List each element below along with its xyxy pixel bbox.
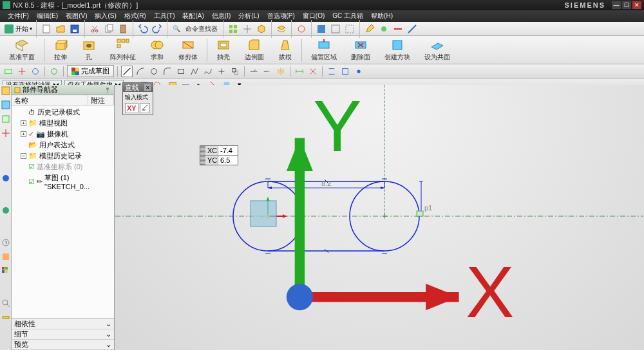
hd3d-tab-icon[interactable] (1, 174, 10, 183)
undo-icon[interactable] (137, 23, 149, 35)
menu-format[interactable]: 格式(R) (120, 12, 150, 21)
panel-close-icon[interactable]: ✕ (144, 84, 151, 91)
wcs-icon[interactable] (242, 23, 253, 35)
draft-button[interactable]: 拔模 (273, 37, 298, 63)
redo-icon[interactable] (151, 23, 163, 35)
constraint-tool-icon[interactable] (307, 66, 319, 77)
close-button[interactable]: ✕ (632, 1, 641, 9)
tree-sketch-0[interactable]: ☑✏草图 (1) "SKETCH_0... (13, 172, 113, 191)
unite-button[interactable]: 求和 (145, 37, 169, 63)
view-dropdown-icon[interactable] (227, 23, 239, 35)
pencil-icon[interactable] (364, 23, 375, 35)
reuse-tab-icon[interactable] (1, 129, 10, 138)
tree-history-mode[interactable]: ⏱历史记录模式 (13, 107, 113, 118)
search-tab-icon[interactable] (1, 299, 10, 308)
assy-tab-icon[interactable] (1, 100, 10, 109)
menu-file[interactable]: 文件(F) (4, 12, 33, 21)
arc-tool-icon[interactable] (135, 66, 146, 77)
tool2-icon[interactable] (378, 23, 390, 35)
synch-button[interactable]: 创建方块 (379, 37, 415, 63)
measure-tab-icon[interactable] (1, 313, 10, 322)
menu-tools[interactable]: 工具(T) (150, 12, 179, 21)
constraint-tab-icon[interactable] (1, 115, 10, 124)
maximize-button[interactable]: ☐ (622, 1, 631, 9)
xy-mode-button[interactable]: XY (125, 103, 138, 113)
save-icon[interactable] (69, 23, 80, 35)
panel-title-bar[interactable]: 直线 ✕ (123, 83, 153, 92)
layer-icon[interactable] (276, 23, 287, 35)
offset-tool-icon[interactable] (229, 66, 241, 77)
tool4-icon[interactable] (406, 23, 418, 35)
pin-icon[interactable] (104, 86, 111, 94)
yc-value[interactable]: 6.5 (218, 156, 238, 165)
line-input-panel[interactable]: 直线 ✕ 输入模式 XY (122, 82, 153, 115)
open-icon[interactable] (55, 23, 66, 35)
extrude-button[interactable]: 拉伸 (48, 37, 73, 63)
tree-cameras[interactable]: +✓📷摄像机 (13, 129, 113, 140)
update-icon[interactable] (48, 66, 60, 77)
extend-tool-icon[interactable] (261, 66, 273, 77)
sketch-name-icon[interactable] (3, 66, 14, 77)
menu-help[interactable]: 帮助(H) (367, 12, 397, 21)
line-tool-icon[interactable] (121, 66, 133, 77)
geom-constraint-icon[interactable] (326, 66, 337, 77)
trim-button[interactable]: 修剪体 (173, 37, 203, 63)
history-tab-icon[interactable] (1, 238, 10, 247)
tree-expressions[interactable]: 📂用户表达式 (13, 140, 113, 151)
spline-tool-icon[interactable] (202, 66, 214, 77)
point-tool-icon[interactable] (216, 66, 227, 77)
circle-tool-icon[interactable] (148, 66, 160, 77)
hole-button[interactable]: 孔 (77, 37, 101, 63)
nav-section-preview[interactable]: 预览⌄ (12, 340, 114, 350)
tree-datum-csys[interactable]: ☑基准坐标系 (0) (13, 161, 113, 172)
cmd-finder-icon[interactable]: 🔍 (171, 25, 182, 32)
browser-tab-icon[interactable] (1, 206, 10, 215)
menu-insert[interactable]: 插入(S) (91, 12, 120, 21)
orient-icon[interactable] (16, 66, 28, 77)
trim-tool-icon[interactable] (248, 66, 260, 77)
nav-col-note[interactable]: 附注 (88, 95, 114, 105)
menu-info[interactable]: 信息(I) (208, 12, 234, 21)
finish-sketch-button[interactable]: 完成草图 (67, 65, 114, 77)
roles-tab-icon[interactable] (1, 252, 10, 261)
fillet-tool-icon[interactable] (162, 66, 173, 77)
menu-gctoolbox[interactable]: GC 工具箱 (328, 12, 367, 21)
palette-tab-icon[interactable] (1, 266, 10, 275)
shell-button[interactable]: 抽壳 (211, 37, 236, 63)
readout-handle[interactable] (200, 146, 205, 165)
mirror-tool-icon[interactable] (275, 66, 287, 77)
paste-icon[interactable] (117, 23, 129, 35)
reattach-icon[interactable] (30, 66, 41, 77)
tree-model-views[interactable]: +📁模型视图 (13, 118, 113, 129)
copy-icon[interactable] (103, 23, 115, 35)
menu-prefs[interactable]: 首选项(P) (263, 12, 299, 21)
delface-button[interactable]: 删除面 (346, 37, 375, 63)
analysis-icon[interactable] (296, 23, 307, 35)
wireframe-icon[interactable] (330, 23, 341, 35)
nav-section-deps[interactable]: 相依性⌄ (12, 319, 114, 329)
profile-tool-icon[interactable] (189, 66, 200, 77)
cut-icon[interactable] (89, 23, 100, 35)
nav-tab-icon[interactable] (1, 86, 10, 95)
nav-section-details[interactable]: 细节⌄ (12, 329, 114, 340)
menu-assembly[interactable]: 装配(A) (178, 12, 207, 21)
nav-tree[interactable]: ⏱历史记录模式 +📁模型视图 +✓📷摄像机 📂用户表达式 −📁模型历史记录 ☑基… (12, 106, 114, 318)
offset-button[interactable]: 偏置区域 (306, 37, 342, 63)
tree-model-history[interactable]: −📁模型历史记录 (13, 151, 113, 161)
datum-plane-button[interactable]: 基准平面 (4, 37, 40, 63)
edgeblend-button[interactable]: 边倒圆 (240, 37, 269, 63)
graphics-canvas[interactable]: 8.2 p1 (115, 85, 644, 350)
menu-analysis[interactable]: 分析(L) (234, 12, 263, 21)
xc-value[interactable]: -7.4 (218, 146, 238, 155)
pattern-button[interactable]: 阵列特征 (105, 37, 141, 63)
menu-window[interactable]: 窗口(O) (299, 12, 328, 21)
shade-icon[interactable] (316, 23, 327, 35)
polar-mode-button[interactable] (140, 103, 150, 113)
show-constraint-icon[interactable] (353, 66, 365, 77)
tool3-icon[interactable] (392, 23, 404, 35)
menu-view[interactable]: 视图(V) (62, 12, 91, 21)
start-dropdown[interactable]: 开始▾ (4, 23, 32, 35)
nav-col-name[interactable]: 名称 (12, 95, 88, 105)
dim-tool-icon[interactable] (294, 66, 305, 77)
minimize-button[interactable]: — (612, 1, 621, 9)
